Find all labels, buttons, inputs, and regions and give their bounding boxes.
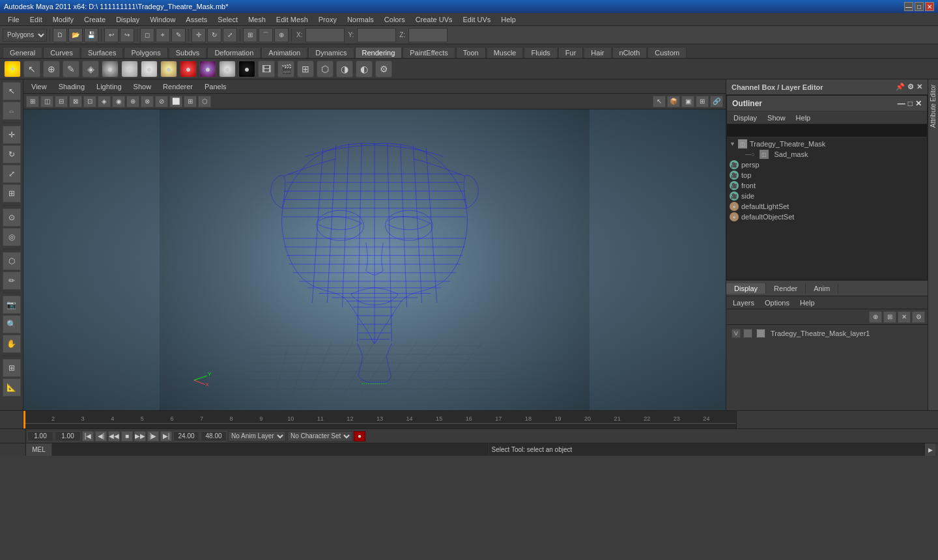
shelf-icon-sphere3[interactable]: ●	[141, 61, 158, 77]
layer-tab-anim[interactable]: Anim	[806, 283, 838, 294]
shelf-icon-mesh[interactable]: ◈	[82, 61, 99, 77]
shelf-icon-paint[interactable]: ✎	[63, 61, 79, 77]
tree-item-default-object-set[interactable]: ● defaultObjectSet	[730, 212, 924, 222]
zoom-tool[interactable]: 🔍	[3, 315, 21, 333]
vp-menu-renderer[interactable]: Renderer	[158, 81, 198, 92]
layer-delete[interactable]: ✕	[898, 311, 911, 323]
outliner-minimize[interactable]: —	[898, 99, 905, 108]
layer-attributes[interactable]: ⚙	[912, 311, 925, 323]
save-button[interactable]: 💾	[84, 28, 98, 42]
step-forward-button[interactable]: |▶	[147, 431, 159, 441]
shelf-icon-sphere8[interactable]: ●	[238, 61, 255, 77]
menu-file[interactable]: File	[3, 14, 25, 25]
shelf-icon-render[interactable]: 🎬	[277, 61, 294, 77]
shelf-tab-deformation[interactable]: Deformation	[207, 47, 261, 58]
char-set-select[interactable]: No Character Set	[287, 431, 352, 441]
universal-manip[interactable]: ⊞	[3, 184, 21, 203]
vp-tool-11[interactable]: ⬜	[169, 96, 182, 107]
shelf-icon-sphere2[interactable]: ●	[121, 61, 138, 77]
channel-box-controls[interactable]: 📌 ⚙ ✕	[896, 83, 922, 91]
shelf-icon-sphere4[interactable]: ●	[160, 61, 177, 77]
layer-type[interactable]	[756, 329, 765, 338]
shelf-icon-sphere5[interactable]: ●	[180, 61, 197, 77]
scale-tool-button[interactable]: ⤢	[223, 28, 237, 42]
shelf-tab-dynamics[interactable]: Dynamics	[308, 47, 354, 58]
start-frame-input[interactable]	[55, 431, 81, 441]
vp-tool-r2[interactable]: ⊞	[696, 96, 709, 107]
menu-select[interactable]: Select	[212, 14, 243, 25]
shelf-icon-uv[interactable]: ⊞	[297, 61, 314, 77]
menu-edit-mesh[interactable]: Edit Mesh	[271, 14, 313, 25]
shelf-icon-render2[interactable]: ⚙	[375, 61, 392, 77]
rotate-tool-button[interactable]: ↻	[207, 28, 221, 42]
menu-edit-uvs[interactable]: Edit UVs	[458, 14, 496, 25]
vp-tool-link[interactable]: 🔗	[710, 96, 723, 107]
layer-subtab-help[interactable]: Help	[796, 298, 819, 307]
mode-selector[interactable]: Polygons	[3, 29, 47, 42]
layer-tab-display[interactable]: Display	[726, 283, 766, 294]
y-input[interactable]	[357, 28, 396, 42]
camera-tool[interactable]: 📷	[3, 296, 21, 314]
menu-assets[interactable]: Assets	[180, 14, 212, 25]
paint-tool[interactable]: ✏	[3, 272, 21, 290]
vp-tool-12[interactable]: ⊞	[184, 96, 197, 107]
select-arrow-tool[interactable]: ↖	[3, 82, 21, 100]
status-scroll-right[interactable]: ▶	[925, 443, 935, 456]
vp-tool-4[interactable]: ⊠	[69, 96, 82, 107]
script-type-toggle[interactable]: MEL	[26, 443, 52, 456]
layer-tab-render[interactable]: Render	[766, 283, 806, 294]
outliner-menu-help[interactable]: Help	[792, 113, 815, 122]
tree-item-side[interactable]: 🎥 side	[730, 191, 924, 201]
menu-normals[interactable]: Normals	[342, 14, 379, 25]
shelf-tab-fluids[interactable]: Fluids	[524, 47, 557, 58]
vp-tool-6[interactable]: ◈	[98, 96, 111, 107]
vp-tool-10[interactable]: ⊘	[155, 96, 168, 107]
vp-tool-3[interactable]: ⊟	[55, 96, 68, 107]
viewport-canvas[interactable]: Y X	[23, 109, 726, 410]
step-back-button[interactable]: ◀|	[95, 431, 107, 441]
vp-menu-shading[interactable]: Shading	[53, 81, 90, 92]
shelf-icon-mat[interactable]: ◐	[356, 61, 373, 77]
layer-subtab-options[interactable]: Options	[761, 298, 793, 307]
minimize-button[interactable]: —	[904, 2, 913, 11]
outliner-menu-display[interactable]: Display	[730, 113, 761, 122]
shelf-tab-toon[interactable]: Toon	[456, 47, 486, 58]
max-frame-input[interactable]	[201, 431, 227, 441]
vp-tool-5[interactable]: ⊡	[83, 96, 96, 107]
skip-to-end-button[interactable]: ▶|	[160, 431, 172, 441]
menu-colors[interactable]: Colors	[379, 14, 410, 25]
move-tool-button[interactable]: ✛	[192, 28, 206, 42]
channel-box-settings[interactable]: ⚙	[907, 83, 914, 91]
sculpt-tool[interactable]: ⬡	[3, 252, 21, 270]
vp-tool-9[interactable]: ⊗	[141, 96, 154, 107]
title-bar-controls[interactable]: — □ ✕	[904, 2, 934, 11]
outliner-search-input[interactable]	[727, 124, 927, 137]
menu-proxy[interactable]: Proxy	[313, 14, 342, 25]
move-tool[interactable]: ✛	[3, 126, 21, 144]
shelf-tab-muscle[interactable]: Muscle	[487, 47, 524, 58]
layer-lock[interactable]	[743, 329, 752, 338]
create-tool[interactable]: ⊞	[3, 359, 21, 377]
layer-row-1[interactable]: V Tradegy_Theatre_Mask_layer1	[729, 328, 925, 339]
layer-create-empty[interactable]: ⊕	[869, 311, 882, 323]
snap-curve-button[interactable]: ⌒	[259, 28, 273, 42]
paint-select-button[interactable]: ✎	[171, 28, 186, 42]
shelf-icon-target[interactable]: ⊕	[43, 61, 60, 77]
command-input[interactable]	[52, 443, 489, 456]
anim-layer-select[interactable]: No Anim Layer	[228, 431, 286, 441]
lasso-select-tool[interactable]: ⌓	[3, 102, 21, 120]
undo-button[interactable]: ↩	[104, 28, 119, 42]
tree-item-default-light-set[interactable]: ● defaultLightSet	[730, 201, 924, 212]
menu-help[interactable]: Help	[496, 14, 521, 25]
outliner-title-controls[interactable]: — □ ✕	[898, 99, 922, 108]
skip-to-start-button[interactable]: |◀	[82, 431, 94, 441]
lasso-button[interactable]: ⌖	[156, 28, 170, 42]
timeline-ruler[interactable]: 1 2 3 4 5 6 7 8 9 10 11 12 13 14 15 16 1…	[23, 411, 736, 428]
scale-tool[interactable]: ⤢	[3, 165, 21, 183]
shelf-tab-curves[interactable]: Curves	[43, 47, 80, 58]
menu-display[interactable]: Display	[111, 14, 145, 25]
new-scene-button[interactable]: 🗋	[53, 28, 67, 42]
x-input[interactable]	[306, 28, 345, 42]
vp-menu-view[interactable]: View	[26, 81, 52, 92]
stop-button[interactable]: ■	[121, 431, 133, 441]
